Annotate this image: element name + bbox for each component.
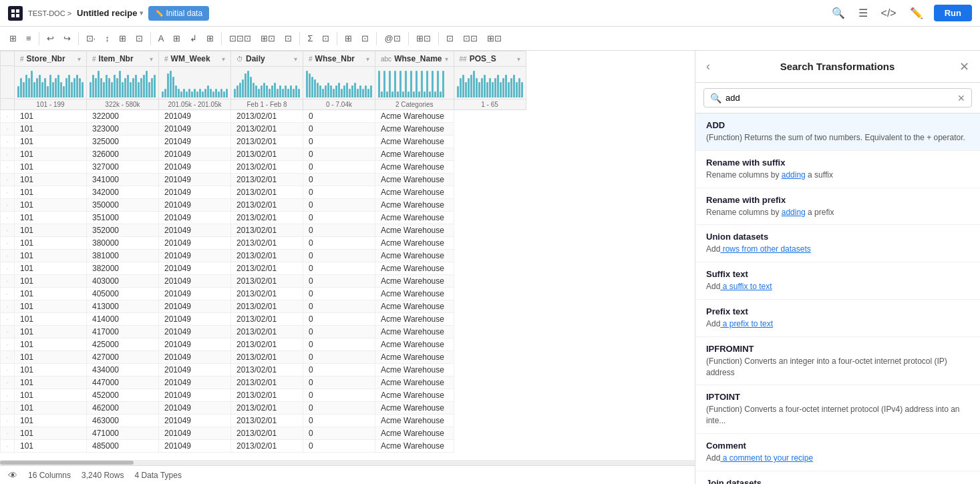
col-range: Feb 1 - Feb 8 xyxy=(231,99,303,109)
transform-item[interactable]: Suffix textAdd a suffix to text xyxy=(695,262,980,300)
toolbar-sep-4 xyxy=(221,32,222,45)
table-cell: 201049 xyxy=(159,300,231,313)
table-cell: 2013/02/01 xyxy=(231,377,303,389)
table-cell: 201049 xyxy=(159,250,231,262)
toolbar-undo-btn[interactable]: ↩ xyxy=(43,31,58,46)
table-cell: 101 xyxy=(15,427,87,440)
transform-item[interactable]: Rename with suffixRename columns by addi… xyxy=(695,151,980,188)
table-cell: 326000 xyxy=(87,148,159,161)
transform-item[interactable]: Rename with prefixRename columns by addi… xyxy=(695,188,980,226)
search-input[interactable] xyxy=(703,88,972,107)
code-button[interactable]: </> xyxy=(878,5,899,22)
toolbar-A-btn[interactable]: A xyxy=(154,31,168,46)
toolbar-merge-btn[interactable]: ⊞ xyxy=(115,31,130,46)
toolbar-agg-btn[interactable]: ⊞ xyxy=(202,31,218,46)
table-cell: Acme Warehouse xyxy=(375,250,454,262)
recipe-name[interactable]: Untitled recipe ▾ xyxy=(77,8,143,18)
svg-rect-3 xyxy=(16,14,19,17)
table-cell: 0 xyxy=(303,377,375,389)
toolbar-schema-btn[interactable]: ⊡⊡ xyxy=(459,31,482,46)
toolbar-settings-btn[interactable]: ⊞⊡ xyxy=(483,31,506,46)
search-clear-button[interactable]: ✕ xyxy=(957,93,965,103)
toolbar-expand-btn[interactable]: ⊞ xyxy=(169,31,184,46)
toolbar-copy-btn[interactable]: ⊞⊡ xyxy=(412,31,435,46)
col-range: 322k - 580k xyxy=(87,99,158,109)
top-bar-left: TEST-DOC > Untitled recipe ▾ Initial dat… xyxy=(8,6,209,21)
table-row: ·1013410002010492013/02/010Acme Warehous… xyxy=(1,174,526,186)
toolbar-sigma-btn[interactable]: Σ xyxy=(303,31,317,46)
data-table: #Store_Nbr▾101 - 199#Item_Nbr▾322k - 580… xyxy=(0,51,526,453)
table-cell: 201049 xyxy=(159,364,231,377)
toolbar-at-btn[interactable]: @⊡ xyxy=(380,31,404,46)
toolbar-format-btn[interactable]: ⊞⊡ xyxy=(257,31,279,46)
toolbar-filter-btn[interactable]: ⊡ xyxy=(281,31,296,46)
toolbar-display-btn[interactable]: ⊡ xyxy=(442,31,458,46)
table-cell: 2013/02/01 xyxy=(231,237,303,250)
toolbar-col-btn[interactable]: ⊡· xyxy=(82,31,100,46)
table-row: ·1013520002010492013/02/010Acme Warehous… xyxy=(1,224,526,237)
table-cell: 322000 xyxy=(87,110,159,123)
toolbar-stats-btn[interactable]: ⊡ xyxy=(318,31,333,46)
table-cell: 485000 xyxy=(87,440,159,453)
table-cell: 0 xyxy=(303,224,375,237)
toolbar-row-btn[interactable]: ↕ xyxy=(101,31,114,46)
table-cell: 0 xyxy=(303,250,375,262)
col-header-col4[interactable]: ⏱Daily▾Feb 1 - Feb 8 xyxy=(231,51,303,110)
toolbar-list-btn[interactable]: ≡ xyxy=(22,31,35,46)
toolbar-sort-btn[interactable]: ⊡ xyxy=(132,31,147,46)
transform-name: Rename with prefix xyxy=(706,195,969,205)
table-row: ·1013260002010492013/02/010Acme Warehous… xyxy=(1,148,526,161)
list-button[interactable]: ☰ xyxy=(856,4,870,22)
transform-item[interactable]: ADD(Function) Returns the sum of two num… xyxy=(695,113,980,151)
horizontal-scrollbar[interactable] xyxy=(0,460,695,465)
table-cell: 101 xyxy=(15,300,87,313)
table-cell: Acme Warehouse xyxy=(375,377,454,389)
transform-item[interactable]: IPFROMINT(Function) Converts an integer … xyxy=(695,337,980,386)
table-cell: 2013/02/01 xyxy=(231,262,303,275)
table-cell: 350000 xyxy=(87,199,159,212)
toolbar-align-btn[interactable]: ⊡⊡⊡ xyxy=(225,31,255,46)
edit-button[interactable]: ✏️ xyxy=(907,4,926,22)
table-cell: 405000 xyxy=(87,288,159,300)
table-row: ·1013800002010492013/02/010Acme Warehous… xyxy=(1,237,526,250)
toolbar-join-btn[interactable]: ⊞ xyxy=(341,31,356,46)
table-cell: 2013/02/01 xyxy=(231,313,303,326)
table-cell: 463000 xyxy=(87,415,159,427)
main-layout: #Store_Nbr▾101 - 199#Item_Nbr▾322k - 580… xyxy=(0,51,980,484)
toolbar-pivot-btn[interactable]: ⊡ xyxy=(357,31,373,46)
transform-desc: (Function) Converts an integer into a fo… xyxy=(706,356,969,379)
transform-item[interactable]: Union datasetsAdd rows from other datase… xyxy=(695,225,980,262)
transform-item[interactable]: CommentAdd a comment to your recipe xyxy=(695,434,980,471)
col-header-col2[interactable]: #Item_Nbr▾322k - 580k xyxy=(87,51,159,110)
table-cell: 101 xyxy=(15,415,87,427)
columns-count: 16 Columns xyxy=(28,471,71,480)
toolbar-redo-btn[interactable]: ↪ xyxy=(59,31,75,46)
toolbar-wrap-btn[interactable]: ↲ xyxy=(186,31,201,46)
table-cell: 201049 xyxy=(159,237,231,250)
transform-item[interactable]: IPTOINT(Function) Converts a four-octet … xyxy=(695,385,980,434)
panel-close-button[interactable]: ✕ xyxy=(959,59,969,74)
table-cell: 0 xyxy=(303,313,375,326)
transform-desc: (Function) Converts a four-octet interne… xyxy=(706,404,969,427)
col-header-col7[interactable]: ##POS_S▾1 - 65 xyxy=(454,51,526,110)
transform-item[interactable]: Prefix textAdd a prefix to text xyxy=(695,300,980,337)
col-header-col1[interactable]: #Store_Nbr▾101 - 199 xyxy=(15,51,87,110)
table-cell: 447000 xyxy=(87,377,159,389)
table-cell: 101 xyxy=(15,288,87,300)
toolbar-grid-btn[interactable]: ⊞ xyxy=(5,31,21,46)
table-cell: 403000 xyxy=(87,275,159,288)
run-button[interactable]: Run xyxy=(934,5,972,21)
scrollbar-thumb xyxy=(0,461,134,465)
table-container[interactable]: #Store_Nbr▾101 - 199#Item_Nbr▾322k - 580… xyxy=(0,51,695,460)
table-cell: 351000 xyxy=(87,212,159,224)
col-header-col6[interactable]: abcWhse_Name▾2 Categories xyxy=(375,51,454,110)
initial-data-button[interactable]: Initial data xyxy=(148,6,209,21)
transform-item[interactable]: Join datasetsAdd columns from other data… xyxy=(695,471,980,484)
panel-back-button[interactable]: ‹ xyxy=(706,59,710,73)
search-button[interactable]: 🔍 xyxy=(829,4,848,22)
table-cell: 427000 xyxy=(87,351,159,364)
table-cell: 381000 xyxy=(87,250,159,262)
col-header-col5[interactable]: #Whse_Nbr▾0 - 7.04k xyxy=(303,51,375,110)
table-cell: 101 xyxy=(15,136,87,148)
col-header-col3[interactable]: #WM_Week▾201.05k - 201.05k xyxy=(159,51,231,110)
